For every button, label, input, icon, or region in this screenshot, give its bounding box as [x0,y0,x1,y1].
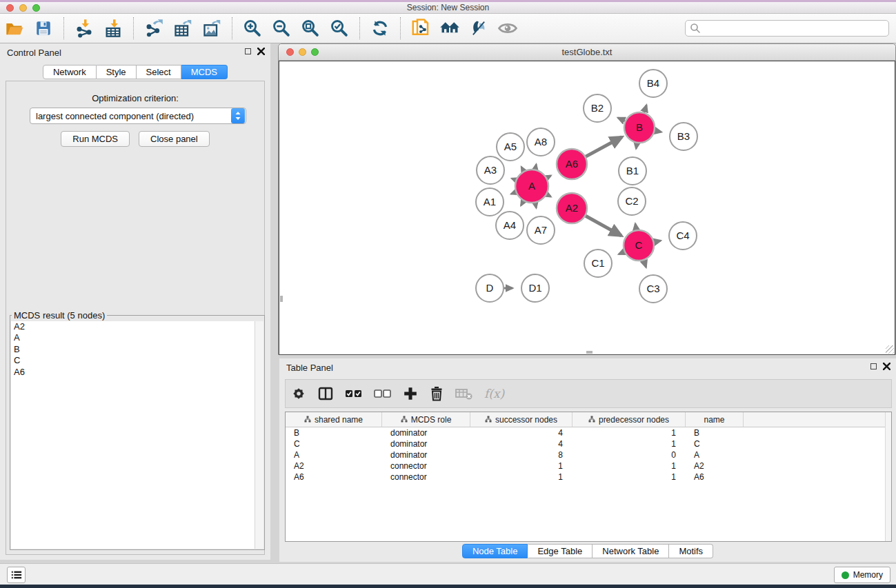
table-scrollbar[interactable] [885,412,891,541]
close-panel-button[interactable]: Close panel [139,131,210,147]
edge-A-A2[interactable] [547,194,551,196]
save-session-icon[interactable] [32,17,54,40]
cell-MCDS-role[interactable]: dominator [382,428,470,438]
edge-A-A8[interactable] [535,164,536,169]
refresh-icon[interactable] [369,17,391,40]
node-A3[interactable]: A3 [477,156,504,184]
tab-edge-table[interactable]: Edge Table [528,544,593,558]
tab-select[interactable]: Select [137,65,181,79]
export-table-icon[interactable] [172,17,194,40]
column-header-name[interactable]: name [686,412,744,427]
node-C3[interactable]: C3 [639,275,667,303]
cell-successor-nodes[interactable]: 1 [470,461,573,471]
tab-network-table[interactable]: Network Table [593,544,669,558]
result-list-scrollbar[interactable] [255,321,263,549]
edge-B-B2[interactable] [618,118,625,121]
table-settings-gear-icon[interactable] [291,382,306,405]
cell-MCDS-role[interactable]: connector [382,461,470,471]
cell-successor-nodes[interactable]: 8 [470,450,573,460]
zoom-fit-icon[interactable] [299,17,321,40]
vertical-scroll-indicator[interactable] [280,296,283,302]
cell-shared-name[interactable]: B [286,428,382,438]
cell-successor-nodes[interactable]: 4 [470,428,573,438]
node-D1[interactable]: D1 [521,274,549,302]
cell-name[interactable]: B [686,428,744,438]
cell-predecessor-nodes[interactable]: 1 [573,472,686,482]
edge-A-A6[interactable] [547,176,551,178]
edge-A-A1[interactable] [511,192,516,194]
network-documents-icon[interactable] [410,17,432,40]
mcds-result-item[interactable]: C [11,355,263,366]
edge-B-B3[interactable] [655,131,661,132]
import-network-icon[interactable] [73,17,95,40]
edge-B-B4[interactable] [644,105,646,113]
edge-A2-C[interactable] [586,216,621,236]
node-A8[interactable]: A8 [527,128,555,156]
node-A6[interactable]: A6 [557,149,587,179]
node-A7[interactable]: A7 [527,216,555,244]
node-D[interactable]: D [476,274,504,302]
table-row[interactable]: A2connector11A2 [286,460,891,472]
float-table-panel-icon[interactable] [870,363,877,369]
network-canvas[interactable]: AA1A2A3A4A5A6A7A8BB1B2B3B4CC1C2C3C4DD1 [279,61,895,355]
search-input[interactable] [685,20,889,37]
node-B2[interactable]: B2 [584,94,611,122]
memory-button[interactable]: Memory [834,567,890,583]
edge-A-A5[interactable] [521,167,524,171]
cell-shared-name[interactable]: C [286,439,382,449]
float-panel-icon[interactable] [245,48,251,54]
zoom-out-icon[interactable] [270,17,292,40]
node-B4[interactable]: B4 [639,70,667,97]
network-window-titlebar[interactable]: testGlobe.txt [279,44,895,61]
cell-name[interactable]: A2 [686,461,744,471]
tab-motifs[interactable]: Motifs [669,544,713,558]
edge-A-A4[interactable] [521,201,524,205]
mcds-result-item[interactable]: A2 [11,321,263,332]
edge-A-A3[interactable] [512,179,516,180]
mcds-result-item[interactable]: A6 [11,367,263,378]
optimization-criterion-select[interactable]: largest connected component (directed) [30,108,246,124]
import-table-icon[interactable] [102,17,124,40]
deselect-all-columns-icon[interactable] [374,382,392,405]
tab-network[interactable]: Network [43,65,97,79]
node-C2[interactable]: C2 [618,187,646,215]
edge-A6-B[interactable] [586,137,621,156]
cell-predecessor-nodes[interactable]: 1 [573,428,686,438]
delete-column-trash-icon[interactable] [429,382,444,405]
table-row[interactable]: Cdominator41C [286,438,891,449]
column-layout-icon[interactable] [317,382,334,405]
column-header-shared-name[interactable]: shared name [286,412,382,427]
zoom-selected-icon[interactable] [328,17,350,40]
tab-style[interactable]: Style [97,65,137,79]
cell-successor-nodes[interactable]: 1 [470,472,573,482]
zoom-in-icon[interactable] [241,17,263,40]
node-A2[interactable]: A2 [557,193,587,223]
tab-node-table[interactable]: Node Table [462,544,528,558]
node-C[interactable]: C [624,230,654,261]
export-image-icon[interactable] [201,17,223,40]
node-C1[interactable]: C1 [584,250,612,277]
cell-name[interactable]: C [686,439,744,449]
window-resize-grip[interactable] [886,345,894,354]
node-C4[interactable]: C4 [669,222,697,250]
cell-MCDS-role[interactable]: dominator [382,450,470,460]
edge-C-C4[interactable] [655,241,661,242]
edge-C-C1[interactable] [619,252,624,254]
close-table-panel-icon[interactable] [883,363,890,370]
cell-MCDS-role[interactable]: dominator [382,439,470,449]
node-A1[interactable]: A1 [476,188,504,216]
cell-shared-name[interactable]: A2 [286,461,382,471]
toggle-panels-icon[interactable] [468,17,490,40]
column-header-predecessor-nodes[interactable]: predecessor nodes [573,412,686,427]
mcds-result-item[interactable]: A [11,332,263,343]
cell-predecessor-nodes[interactable]: 0 [573,450,686,460]
horizontal-scroll-indicator[interactable] [586,351,593,354]
node-B3[interactable]: B3 [670,123,697,150]
cell-shared-name[interactable]: A [286,450,382,460]
cell-name[interactable]: A6 [686,472,744,482]
column-header-MCDS-role[interactable]: MCDS role [382,412,470,427]
open-session-icon[interactable] [3,17,26,40]
cell-shared-name[interactable]: A6 [286,472,382,482]
edge-C-C3[interactable] [644,261,646,267]
home-icon[interactable] [439,17,461,40]
